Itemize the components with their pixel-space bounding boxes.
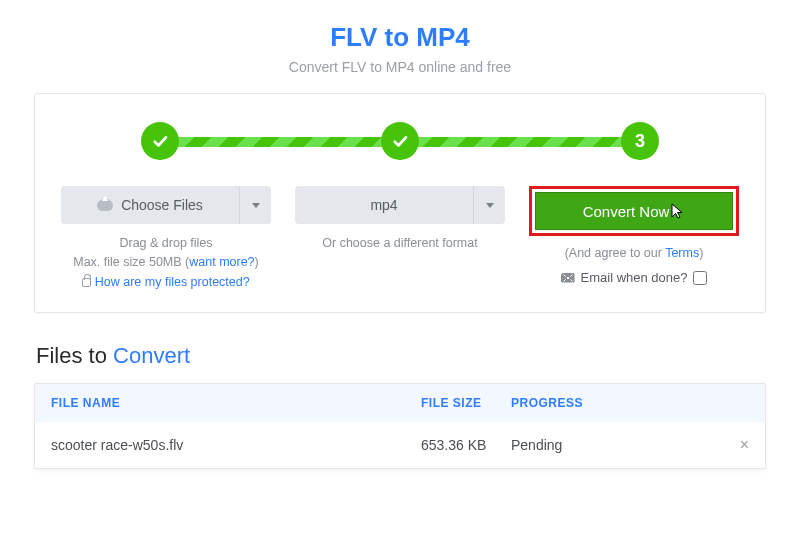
- choose-hint-line1: Drag & drop files: [119, 236, 212, 250]
- files-section-title: Files to Convert: [36, 343, 764, 369]
- table-row: scooter race-w50s.flv 653.36 KB Pending …: [35, 422, 765, 468]
- file-progress-cell: Pending: [511, 437, 725, 453]
- step-3-current: 3: [621, 122, 659, 160]
- format-hint: Or choose a different format: [322, 234, 477, 253]
- choose-files-label: Choose Files: [121, 197, 203, 213]
- email-when-done-checkbox[interactable]: [693, 271, 707, 285]
- format-dropdown[interactable]: [473, 186, 505, 224]
- convert-now-button[interactable]: Convert Now: [535, 192, 733, 230]
- file-name-cell: scooter race-w50s.flv: [51, 437, 421, 453]
- email-when-done-row[interactable]: Email when done?: [561, 270, 708, 285]
- files-title-accent: Convert: [113, 343, 190, 368]
- files-title-plain: Files to: [36, 343, 113, 368]
- agree-prefix: (And agree to our: [565, 246, 666, 260]
- format-selected-label: mp4: [370, 197, 397, 213]
- lock-icon: [82, 278, 91, 287]
- files-protected-link[interactable]: How are my files protected?: [95, 275, 250, 289]
- remove-file-button[interactable]: ×: [725, 436, 749, 454]
- format-select[interactable]: mp4: [295, 186, 473, 224]
- chevron-down-icon: [252, 203, 260, 208]
- progress-bar: 3: [141, 122, 659, 162]
- choose-files-button[interactable]: Choose Files: [61, 186, 239, 224]
- convert-now-label: Convert Now: [583, 203, 670, 220]
- terms-link[interactable]: Terms: [665, 246, 699, 260]
- check-icon: [391, 132, 409, 150]
- choose-files-group: Choose Files: [61, 186, 271, 224]
- col-header-size: FILE SIZE: [421, 396, 511, 410]
- chevron-down-icon: [486, 203, 494, 208]
- email-when-done-label: Email when done?: [581, 270, 688, 285]
- want-more-link[interactable]: want more?: [189, 255, 254, 269]
- choose-files-dropdown[interactable]: [239, 186, 271, 224]
- file-size-cell: 653.36 KB: [421, 437, 511, 453]
- files-table: FILE NAME FILE SIZE PROGRESS scooter rac…: [34, 383, 766, 469]
- step-2-done: [381, 122, 419, 160]
- choose-hint: Drag & drop files Max. file size 50MB (w…: [73, 234, 259, 292]
- check-icon: [151, 132, 169, 150]
- col-header-name: FILE NAME: [51, 396, 421, 410]
- upload-cloud-icon: [97, 199, 113, 211]
- mail-icon: [561, 273, 575, 283]
- format-group: mp4: [295, 186, 505, 224]
- convert-highlight-box: Convert Now: [529, 186, 739, 236]
- step-1-done: [141, 122, 179, 160]
- choose-hint-line2a: Max. file size 50MB (: [73, 255, 189, 269]
- converter-card: 3 Choose Files Drag & drop files Max. f: [34, 93, 766, 313]
- files-table-header: FILE NAME FILE SIZE PROGRESS: [35, 384, 765, 422]
- page-subtitle: Convert FLV to MP4 online and free: [34, 59, 766, 75]
- agree-text: (And agree to our Terms): [565, 246, 704, 260]
- cursor-icon: [671, 203, 685, 219]
- choose-hint-line2b: ): [255, 255, 259, 269]
- col-header-progress: PROGRESS: [511, 396, 749, 410]
- page-title: FLV to MP4: [34, 22, 766, 53]
- agree-suffix: ): [699, 246, 703, 260]
